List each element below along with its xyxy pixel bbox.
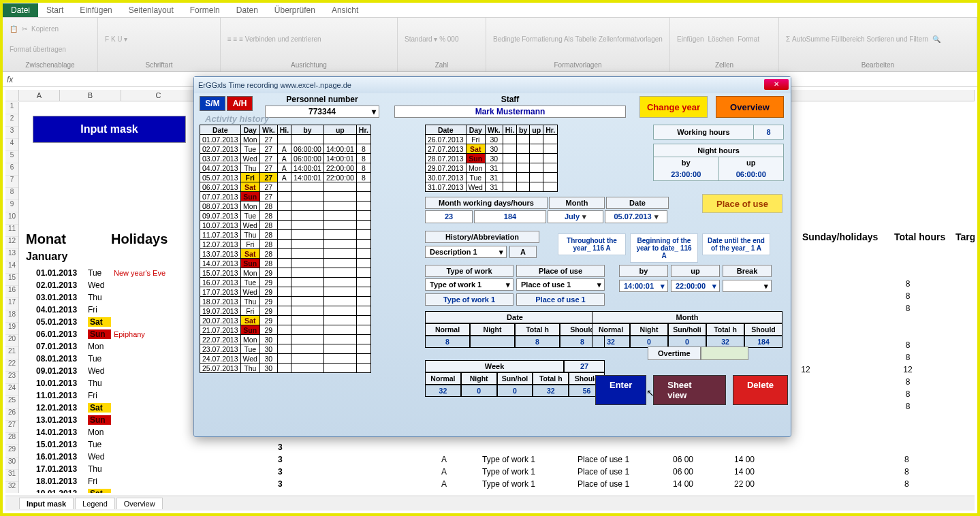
up-select[interactable]: 22:00:00 xyxy=(671,280,720,292)
input-mask-button[interactable]: Input mask xyxy=(33,116,186,143)
working-hours-label: Working hours xyxy=(654,125,753,139)
dialog-titlebar[interactable]: ErGGxls Time recording www.excel-.npage.… xyxy=(194,77,791,93)
time-recording-dialog: ErGGxls Time recording www.excel-.npage.… xyxy=(193,76,791,437)
file-menu[interactable]: Datei xyxy=(3,3,38,17)
calendar-list: 01.01.2013TueNew year's Eve02.01.2013Wed… xyxy=(36,267,165,493)
sheet-tabs: Input mask Legend Overview xyxy=(5,496,975,511)
sm-toggle[interactable]: S/M xyxy=(200,96,225,111)
history-select[interactable]: Description 1 xyxy=(425,246,507,258)
col-target: Target xyxy=(955,231,975,242)
menu-tab[interactable]: Ansicht xyxy=(323,3,366,17)
holidays-heading: Holidays xyxy=(111,231,168,247)
sheet-view-button[interactable]: Sheet view xyxy=(653,375,726,405)
activity-history-label: Activity history xyxy=(205,114,269,124)
menu-tab[interactable]: Daten xyxy=(228,3,266,17)
working-hours-month: 184 xyxy=(474,210,546,223)
until-year: Date until the end of the year_ 1 A xyxy=(702,233,770,255)
cursor-icon: ↖ xyxy=(646,387,654,398)
tow2: Type of work 1 xyxy=(425,293,513,306)
staff-label: Staff xyxy=(394,95,626,104)
tab-input-mask[interactable]: Input mask xyxy=(19,498,74,509)
menu-bar: Datei StartEinfügenSeitenlayoutFormelnDa… xyxy=(3,3,977,18)
date-select[interactable]: 05.07.2013 xyxy=(605,210,667,223)
mwdh-label: Month working days/hours xyxy=(425,197,548,209)
tab-overview[interactable]: Overview xyxy=(116,498,163,509)
by-select[interactable]: 14:00:01 xyxy=(619,280,668,292)
pou-select[interactable]: Place of use 1 xyxy=(516,278,605,291)
staff-value: Mark Mustermann xyxy=(394,106,626,118)
monat-heading: Monat xyxy=(26,231,66,247)
break-select[interactable] xyxy=(723,280,772,292)
night-up: 06:00:00 xyxy=(719,168,784,180)
history-label: History/Abbreviation xyxy=(425,231,539,243)
night-by: 23:00:00 xyxy=(654,168,719,180)
place-of-use-button[interactable]: Place of use xyxy=(702,194,783,213)
working-hours-value: 8 xyxy=(753,125,783,139)
enter-button[interactable]: Enter xyxy=(595,375,646,405)
night-hours-label: Night hours xyxy=(654,144,783,157)
menu-tab[interactable]: Start xyxy=(38,3,72,17)
month-label: Month xyxy=(549,197,605,209)
close-icon[interactable]: ✕ xyxy=(764,79,789,90)
tow-select[interactable]: Type of work 1 xyxy=(425,278,513,291)
personnel-label: Personnel number xyxy=(265,95,379,104)
personnel-select[interactable]: 773344 xyxy=(265,106,379,118)
month-name: January xyxy=(26,251,67,263)
change-year-button[interactable]: Change year xyxy=(639,96,708,118)
tow-label: Type of work xyxy=(425,265,513,277)
month-select[interactable]: July xyxy=(548,210,603,223)
ah-toggle[interactable]: A/H xyxy=(227,96,253,111)
overtime-value xyxy=(701,346,748,360)
row-headers: 1234567891011121314151617181920212223242… xyxy=(5,102,19,493)
date-label: Date xyxy=(606,197,669,209)
beginning-year: Beginning of the year to date_ 116 A xyxy=(630,233,698,263)
dialog-title: ErGGxls Time recording www.excel-.npage.… xyxy=(198,81,351,89)
working-days: 23 xyxy=(425,210,473,223)
activity-grid-1: DateDayWk.Hi.byupHr.01.07.2013Mon2702.07… xyxy=(200,125,371,373)
menu-tab[interactable]: Einfügen xyxy=(72,3,120,17)
col-sunday-holidays: Sunday/holidays xyxy=(802,231,878,242)
menu-tab[interactable]: Überprüfen xyxy=(266,3,323,17)
abbr-value: A xyxy=(509,246,537,258)
col-total-hours: Total hours xyxy=(894,231,945,242)
menu-tab[interactable]: Seitenlayout xyxy=(121,3,182,17)
pou2-label: Place of use xyxy=(516,265,605,277)
tab-legend[interactable]: Legend xyxy=(75,498,115,509)
overview-button[interactable]: Overview xyxy=(716,96,784,118)
throughout-year: Throughout the year_ 116 A xyxy=(558,233,626,255)
menu-tab[interactable]: Formeln xyxy=(182,3,228,17)
overtime-label: Overtime xyxy=(648,346,701,360)
delete-button[interactable]: Delete xyxy=(733,375,788,405)
ribbon: 📋✂KopierenFormat übertragenZwischenablag… xyxy=(3,18,977,72)
detail-rows: 33AType of work 1Place of use 106 0014 0… xyxy=(278,442,925,493)
activity-grid-2: DateDayWk.Hi.byupHr.26.07.2013Fri3027.07… xyxy=(425,125,558,192)
pou2: Place of use 1 xyxy=(516,293,605,306)
